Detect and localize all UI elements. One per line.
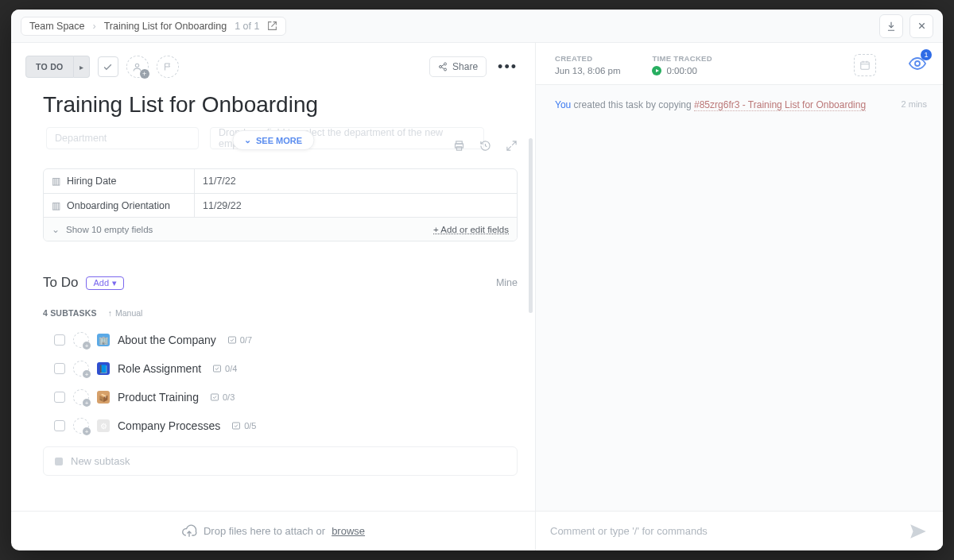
activity-pane: CREATED Jun 13, 8:06 pm TIME TRACKED 0:0… [536,43,943,550]
subtask-icon: 📦 [97,391,110,404]
subtasks-status-title: To Do [43,275,78,291]
complete-button[interactable] [98,56,118,77]
assignee-add[interactable]: + [126,56,149,78]
subtask-name[interactable]: Product Training [118,391,199,404]
due-date-add[interactable] [854,54,876,76]
status-selector[interactable]: TO DO ▸ [25,56,90,78]
calendar-icon: ▥ [52,176,60,187]
chevron-down-icon: ⌄ [244,135,251,145]
breadcrumb-item[interactable]: Training List for Onboarding [104,21,227,32]
share-button[interactable]: Share [429,56,487,77]
subtask-icon: 📘 [97,362,110,375]
breadcrumb-count: 1 of 1 [235,21,259,32]
breadcrumb-space[interactable]: Team Space [29,21,84,32]
mine-filter[interactable]: Mine [496,277,518,288]
status-label[interactable]: TO DO [25,56,74,78]
comment-input[interactable] [550,525,900,537]
subtask-progress[interactable]: 0/4 [212,364,237,373]
show-empty-fields[interactable]: Show 10 empty fields [66,225,153,234]
description-preview: Department Dropdown field to select the … [11,122,535,159]
subtask-assignee-add[interactable]: + [73,389,89,405]
subtask-progress[interactable]: 0/3 [210,392,235,402]
subtask-checkbox[interactable] [54,392,65,403]
activity-copied-task-link[interactable]: #85zrg6fr3 - Training List for Onboardin… [694,99,866,111]
svg-rect-6 [456,147,461,150]
svg-point-0 [135,64,138,67]
new-subtask-input[interactable]: New subtask [43,446,518,476]
watchers-button[interactable]: 1 [908,54,927,73]
scrollbar[interactable] [529,138,533,313]
see-more-label: SEE MORE [256,136,302,145]
subtask-checkbox[interactable] [54,420,65,431]
subtask-name[interactable]: Role Assignment [118,362,201,375]
plus-icon: + [140,69,149,79]
status-square-icon [55,458,63,465]
subtask-progress[interactable]: 0/5 [231,421,256,431]
ghost-field-label: Department [46,127,199,149]
subtask-row[interactable]: +🏢About the Company0/7 [11,326,535,354]
subtask-row[interactable]: +📦Product Training0/3 [11,383,535,411]
subtask-checkbox[interactable] [54,334,65,346]
history-icon[interactable] [479,140,491,152]
activity-actor[interactable]: You [555,99,571,110]
svg-point-1 [444,63,447,65]
cf-value[interactable]: 11/29/22 [195,200,517,211]
task-meta-row: CREATED Jun 13, 8:06 pm TIME TRACKED 0:0… [536,43,943,85]
task-detail-pane: TO DO ▸ + Sha [11,43,536,550]
sort-mode[interactable]: ↑Manual [108,308,143,318]
add-subtask-button[interactable]: Add▾ [86,276,124,290]
cf-value[interactable]: 11/7/22 [195,176,517,187]
time-tracked-label: TIME TRACKED [652,54,712,63]
subtask-name[interactable]: About the Company [118,334,216,346]
subtask-row[interactable]: +⚙Company Processes0/5 [11,411,535,440]
add-edit-fields[interactable]: + Add or edit fields [433,225,509,234]
chevron-right-icon: › [92,21,95,32]
subtask-progress[interactable]: 0/7 [227,335,252,345]
print-icon[interactable] [453,140,465,152]
activity-log: You created this task by copying #85zrg6… [536,85,943,511]
subtask-checkbox[interactable] [54,363,65,374]
task-modal: Team Space › Training List for Onboardin… [11,10,943,550]
popout-icon[interactable] [267,21,277,31]
created-meta: CREATED Jun 13, 8:06 pm [555,54,620,75]
subtasks-meta: 4 SUBTASKS ↑Manual [11,294,535,326]
subtask-icon: ⚙ [97,419,110,432]
play-icon[interactable] [652,66,661,75]
breadcrumb: Team Space › Training List for Onboardin… [21,17,286,36]
custom-fields-footer: ⌄ Show 10 empty fields + Add or edit fie… [44,217,517,241]
expand-icon[interactable] [506,140,518,152]
svg-point-3 [444,68,447,71]
chevron-down-icon[interactable]: ⌄ [52,224,60,235]
send-icon[interactable] [908,521,929,542]
created-value: Jun 13, 8:06 pm [555,66,620,75]
cf-label: Hiring Date [67,176,117,187]
subtask-assignee-add[interactable]: + [73,418,89,434]
custom-field-row[interactable]: ▥Hiring Date 11/7/22 [44,169,517,193]
see-more-button[interactable]: ⌄ SEE MORE [232,130,314,150]
browse-link[interactable]: browse [332,525,365,537]
svg-point-2 [440,66,442,68]
subtask-icon: 🏢 [97,334,110,346]
activity-text: created this task by copying [574,99,692,110]
svg-rect-10 [233,423,240,429]
task-toolbar: TO DO ▸ + Sha [11,43,535,84]
minimize-button[interactable] [879,14,903,38]
subtask-count: 4 SUBTASKS [43,308,97,318]
subtask-name[interactable]: Company Processes [118,419,220,432]
created-label: CREATED [555,54,620,63]
time-tracked-meta[interactable]: TIME TRACKED 0:00:00 [652,54,712,75]
close-button[interactable] [909,14,933,38]
priority-add[interactable] [157,56,179,78]
subtask-assignee-add[interactable]: + [73,361,89,377]
subtask-assignee-add[interactable]: + [73,332,89,348]
subtask-row[interactable]: +📘Role Assignment0/4 [11,354,535,383]
task-title[interactable]: Training List for Onboarding [11,84,535,122]
breadcrumb-bar: Team Space › Training List for Onboardin… [11,10,943,43]
custom-field-row[interactable]: ▥Onboarding Orientation 11/29/22 [44,193,517,217]
attachment-dropzone[interactable]: Drop files here to attach or browse [11,511,535,550]
activity-entry: You created this task by copying #85zrg6… [555,99,927,110]
more-menu[interactable]: ••• [494,59,521,75]
custom-fields: ▥Hiring Date 11/7/22 ▥Onboarding Orienta… [43,168,518,241]
status-next-button[interactable]: ▸ [74,56,90,78]
svg-rect-8 [214,365,221,372]
